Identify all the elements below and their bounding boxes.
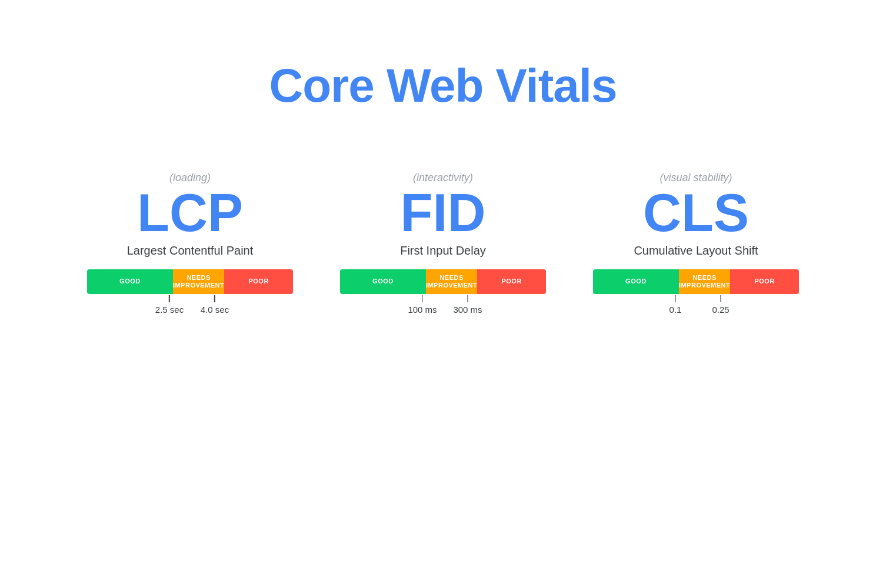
- lcp-bar-container: GOOD NEEDSIMPROVEMENT POOR 2.5 sec 4.0 s…: [87, 269, 293, 313]
- fid-tick1: 100 ms: [408, 295, 437, 315]
- fid-subtitle: (interactivity): [413, 172, 473, 184]
- lcp-subtitle: (loading): [169, 172, 211, 184]
- cls-bar-good: GOOD: [593, 269, 679, 294]
- cls-bar-needs: NEEDSIMPROVEMENT: [679, 269, 731, 294]
- cls-good-label: GOOD: [625, 278, 647, 285]
- fid-bar-good: GOOD: [340, 269, 426, 294]
- cls-tick2-label: 0.25: [712, 305, 729, 315]
- fid-tick2-label: 300 ms: [453, 305, 482, 315]
- vital-card-fid: (interactivity) FID First Input Delay GO…: [340, 172, 546, 313]
- fid-good-label: GOOD: [372, 278, 394, 285]
- lcp-ticks: 2.5 sec 4.0 sec: [87, 295, 293, 313]
- cls-ticks: 0.1 0.25: [593, 295, 799, 313]
- vitals-container: (loading) LCP Largest Contentful Paint G…: [0, 172, 886, 313]
- lcp-needs-label: NEEDSIMPROVEMENT: [173, 274, 224, 289]
- lcp-tick2-label: 4.0 sec: [201, 305, 229, 315]
- fid-acronym: FID: [401, 186, 486, 239]
- vital-card-lcp: (loading) LCP Largest Contentful Paint G…: [87, 172, 293, 313]
- fid-tick2-line: [467, 295, 468, 302]
- page-title: Core Web Vitals: [269, 59, 617, 113]
- cls-bar-container: GOOD NEEDSIMPROVEMENT POOR 0.1 0.25: [593, 269, 799, 313]
- lcp-tick1: 2.5 sec: [155, 295, 184, 315]
- lcp-bar-poor: POOR: [224, 269, 293, 294]
- lcp-bar-needs: NEEDSIMPROVEMENT: [173, 269, 225, 294]
- lcp-tick1-line: [169, 295, 170, 302]
- lcp-poor-label: POOR: [248, 278, 268, 285]
- fid-full-name: First Input Delay: [400, 244, 486, 258]
- lcp-full-name: Largest Contentful Paint: [127, 244, 254, 258]
- fid-bar-poor: POOR: [477, 269, 546, 294]
- lcp-bar: GOOD NEEDSIMPROVEMENT POOR: [87, 269, 293, 294]
- cls-tick2: 0.25: [712, 295, 729, 315]
- cls-bar: GOOD NEEDSIMPROVEMENT POOR: [593, 269, 799, 294]
- fid-needs-label: NEEDSIMPROVEMENT: [426, 274, 477, 289]
- fid-bar-container: GOOD NEEDSIMPROVEMENT POOR 100 ms 300 ms: [340, 269, 546, 313]
- fid-tick2: 300 ms: [453, 295, 482, 315]
- cls-needs-label: NEEDSIMPROVEMENT: [679, 274, 730, 289]
- cls-tick1: 0.1: [670, 295, 682, 315]
- cls-subtitle: (visual stability): [659, 172, 732, 184]
- fid-tick1-label: 100 ms: [408, 305, 437, 315]
- lcp-bar-good: GOOD: [87, 269, 173, 294]
- cls-acronym: CLS: [643, 186, 749, 239]
- fid-ticks: 100 ms 300 ms: [340, 295, 546, 313]
- lcp-acronym: LCP: [137, 186, 243, 239]
- fid-tick1-line: [422, 295, 423, 302]
- lcp-tick1-label: 2.5 sec: [155, 305, 184, 315]
- lcp-good-label: GOOD: [119, 278, 141, 285]
- fid-bar-needs: NEEDSIMPROVEMENT: [426, 269, 478, 294]
- vital-card-cls: (visual stability) CLS Cumulative Layout…: [593, 172, 799, 313]
- cls-tick2-line: [720, 295, 721, 302]
- fid-poor-label: POOR: [501, 278, 521, 285]
- lcp-tick2-line: [214, 295, 215, 302]
- fid-bar: GOOD NEEDSIMPROVEMENT POOR: [340, 269, 546, 294]
- cls-full-name: Cumulative Layout Shift: [634, 244, 758, 258]
- cls-tick1-line: [675, 295, 676, 302]
- lcp-tick2: 4.0 sec: [201, 295, 229, 315]
- cls-bar-poor: POOR: [730, 269, 799, 294]
- cls-poor-label: POOR: [754, 278, 774, 285]
- cls-tick1-label: 0.1: [670, 305, 682, 315]
